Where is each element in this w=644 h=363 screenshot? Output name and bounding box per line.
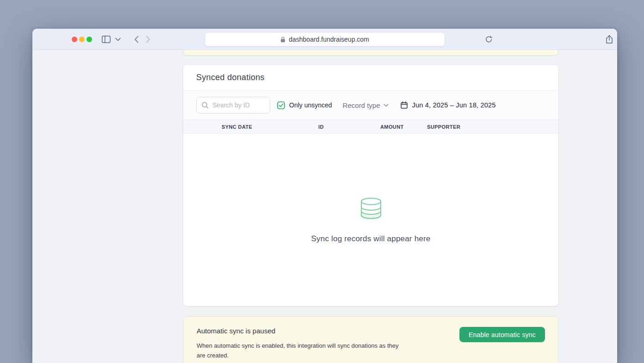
calendar-icon [401, 101, 408, 109]
page-content: Synced donations Only unsynced [32, 50, 617, 363]
banner-title: Automatic sync is paused [197, 327, 401, 335]
synced-donations-card: Synced donations Only unsynced [183, 65, 558, 306]
search-input-wrapper [196, 97, 270, 113]
banner-paragraph: When automatic sync is enabled, this int… [197, 341, 401, 360]
url-text: dashboard.fundraiseup.com [289, 36, 369, 43]
only-unsynced-checkbox[interactable]: Only unsynced [277, 101, 332, 109]
share-icon[interactable] [606, 35, 613, 44]
database-icon [360, 197, 382, 219]
date-range-picker[interactable]: Jun 4, 2025 – Jun 18, 2025 [401, 101, 495, 109]
empty-state-message: Sync log records will appear here [311, 234, 431, 244]
chevron-down-icon [384, 104, 389, 107]
address-bar[interactable]: dashboard.fundraiseup.com [205, 32, 445, 46]
browser-window: dashboard.fundraiseup.com Synced donatio… [32, 29, 617, 363]
column-header-supporter: SUPPORTER [427, 124, 460, 130]
reload-icon[interactable] [485, 35, 493, 43]
search-icon [202, 102, 209, 109]
column-header-sync-date: SYNC DATE [222, 124, 252, 130]
record-type-dropdown[interactable]: Record type [343, 101, 389, 109]
minimize-window-button[interactable] [79, 37, 85, 42]
previous-banner-edge [183, 50, 558, 56]
page-title: Synced donations [196, 73, 265, 82]
record-type-label: Record type [343, 101, 380, 109]
lock-icon [280, 37, 285, 43]
sidebar-icon[interactable] [102, 36, 111, 43]
column-header-id: ID [318, 124, 324, 130]
checkbox-checked-icon [277, 101, 285, 109]
back-icon[interactable] [134, 36, 139, 43]
only-unsynced-label: Only unsynced [289, 101, 332, 109]
zoom-window-button[interactable] [87, 37, 92, 42]
automatic-sync-banner: Automatic sync is paused When automatic … [183, 316, 558, 363]
chevron-down-icon[interactable] [115, 38, 121, 41]
empty-state: Sync log records will appear here [183, 134, 558, 306]
table-header-row: SYNC DATE ID AMOUNT SUPPORTER [183, 120, 558, 134]
enable-automatic-sync-button[interactable]: Enable automatic sync [459, 327, 545, 342]
close-window-button[interactable] [72, 37, 77, 42]
browser-toolbar: dashboard.fundraiseup.com [32, 29, 617, 50]
filter-row: Only unsynced Record type Jun 4, 2025 – … [183, 91, 558, 120]
search-input[interactable] [212, 101, 265, 109]
banner-text: Automatic sync is paused When automatic … [197, 327, 401, 363]
column-header-amount: AMOUNT [380, 124, 404, 130]
card-header: Synced donations [183, 65, 558, 91]
date-range-label: Jun 4, 2025 – Jun 18, 2025 [412, 101, 495, 109]
forward-icon[interactable] [146, 36, 150, 43]
